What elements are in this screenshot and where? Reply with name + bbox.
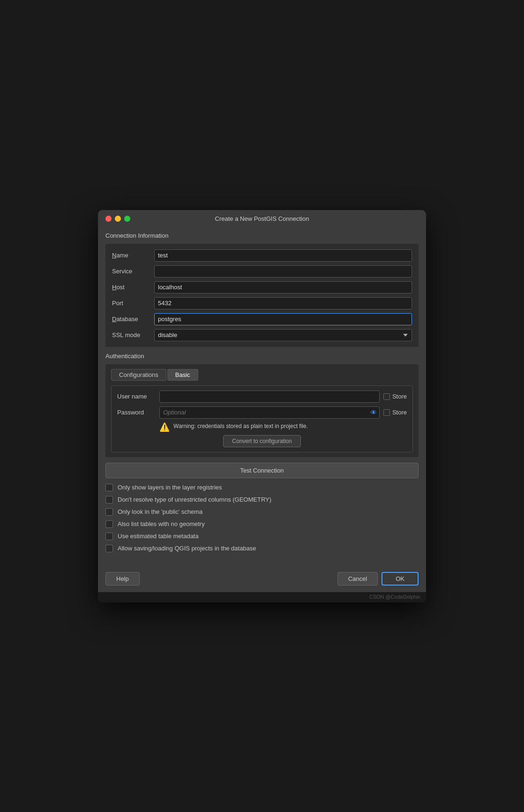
host-input[interactable] (154, 281, 412, 293)
auth-section-label: Authentication (105, 353, 419, 360)
warning-row: ⚠️ Warning: credentials stored as plain … (117, 422, 407, 431)
password-store-label: Store (392, 409, 407, 416)
port-row: Port (112, 297, 412, 309)
name-input[interactable] (154, 249, 412, 262)
database-row: Database (112, 313, 412, 325)
show-layers-checkbox[interactable] (105, 484, 113, 491)
estimated-meta-label: Use estimated table metadata (118, 533, 199, 540)
public-schema-checkbox[interactable] (105, 508, 113, 516)
help-button[interactable]: Help (105, 572, 140, 586)
checkbox-estimated-meta[interactable]: Use estimated table metadata (105, 533, 419, 540)
checkbox-no-geometry[interactable]: Also list tables with no geometry (105, 520, 419, 528)
username-store-label: Store (392, 393, 407, 400)
username-row: User name Store (117, 391, 407, 403)
test-connection-button[interactable]: Test Connection (105, 463, 419, 478)
username-input[interactable] (159, 391, 380, 403)
qgis-projects-checkbox[interactable] (105, 545, 113, 552)
checkbox-public-schema[interactable]: Only look in the 'public' schema (105, 508, 419, 516)
no-geometry-label: Also list tables with no geometry (118, 520, 205, 527)
qgis-projects-label: Allow saving/loading QGIS projects in th… (118, 545, 256, 552)
host-label: Host (112, 284, 154, 291)
name-row: Name (112, 249, 412, 262)
username-store-checkbox[interactable] (383, 393, 390, 400)
service-label: Service (112, 268, 154, 275)
host-row: Host (112, 281, 412, 293)
public-schema-label: Only look in the 'public' schema (118, 508, 202, 515)
checkboxes-area: Only show layers in the layer registries… (105, 484, 419, 559)
ssl-mode-select[interactable]: disable allow prefer require (154, 329, 412, 341)
warning-text: Warning: credentials stored as plain tex… (173, 422, 308, 430)
show-layers-label: Only show layers in the layer registries (118, 484, 222, 491)
no-resolve-label: Don't resolve type of unrestricted colum… (118, 496, 271, 503)
ok-button[interactable]: OK (382, 572, 419, 586)
auth-tabs: Configurations Basic (111, 369, 413, 381)
no-geometry-checkbox[interactable] (105, 520, 113, 528)
ssl-mode-label: SSL mode (112, 331, 154, 338)
convert-to-configuration-button[interactable]: Convert to configuration (223, 435, 300, 447)
titlebar: Create a New PostGIS Connection (98, 210, 426, 226)
username-store-wrap: Store (383, 393, 407, 400)
estimated-meta-checkbox[interactable] (105, 533, 113, 540)
eye-icon[interactable]: 👁 (370, 409, 377, 416)
password-input-wrap: 👁 (159, 406, 380, 419)
cancel-button[interactable]: Cancel (337, 572, 378, 586)
zoom-button[interactable] (124, 216, 130, 222)
checkbox-no-resolve[interactable]: Don't resolve type of unrestricted colum… (105, 496, 419, 504)
checkbox-show-layers[interactable]: Only show layers in the layer registries (105, 484, 419, 491)
database-input[interactable] (154, 313, 412, 325)
password-row: Password 👁 Store (117, 406, 407, 419)
auth-basic-panel: User name Store Password 👁 (111, 385, 413, 452)
tab-basic[interactable]: Basic (167, 369, 198, 381)
port-input[interactable] (154, 297, 412, 309)
close-button[interactable] (105, 216, 112, 222)
tab-configurations[interactable]: Configurations (111, 369, 166, 381)
convert-btn-wrap: Convert to configuration (117, 435, 407, 447)
ssl-mode-row: SSL mode disable allow prefer require (112, 329, 412, 341)
connection-info-panel: Name Service Host Port Database SSL mode (105, 244, 419, 347)
service-row: Service (112, 265, 412, 278)
username-input-wrap (159, 391, 380, 403)
password-store-checkbox[interactable] (383, 409, 390, 416)
bottom-buttons: Help Cancel OK (98, 566, 426, 592)
database-label: Database (112, 316, 154, 323)
password-store-wrap: Store (383, 409, 407, 416)
checkbox-qgis-projects[interactable]: Allow saving/loading QGIS projects in th… (105, 545, 419, 552)
traffic-lights (105, 216, 130, 222)
dialog-content: Connection Information Name Service Host… (98, 226, 426, 566)
ok-cancel-group: Cancel OK (337, 572, 419, 586)
auth-section: Configurations Basic User name Store Pas… (105, 364, 419, 457)
no-resolve-checkbox[interactable] (105, 496, 113, 504)
service-input[interactable] (154, 265, 412, 278)
warning-icon: ⚠️ (159, 423, 170, 431)
watermark: CSDN @CodeDolphin (98, 592, 426, 602)
name-label: Name (112, 252, 154, 259)
window-title: Create a New PostGIS Connection (215, 215, 309, 222)
username-label: User name (117, 393, 159, 400)
watermark-text: CSDN @CodeDolphin (369, 594, 420, 600)
password-label: Password (117, 409, 159, 416)
port-label: Port (112, 300, 154, 307)
dialog-window: Create a New PostGIS Connection Connecti… (98, 210, 426, 602)
connection-info-label: Connection Information (105, 232, 419, 239)
password-input[interactable] (159, 406, 380, 419)
minimize-button[interactable] (115, 216, 121, 222)
